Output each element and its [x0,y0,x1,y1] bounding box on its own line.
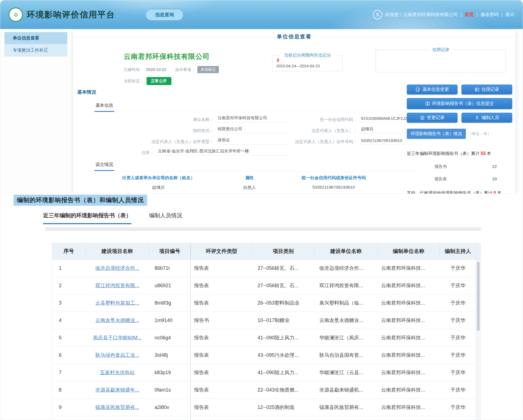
column-header: 环评文件类型 [191,243,253,260]
basic-section-title: 基本情况 [77,89,96,95]
link-logout[interactable]: 退出 [505,12,514,18]
setup-column-header: 属性 [216,173,283,183]
table-cell: 云南农垦永德糖业... [314,312,378,329]
page-title: 单位信息查看 [272,33,317,40]
setup-column-header: 出资人或者举办单位等的名称（姓名） [100,173,216,183]
sidebar-item-unit-info[interactable]: 单位信息查看 [4,32,67,44]
table-cell: 报告表 [191,347,253,364]
clipboard-icon [420,115,425,120]
table-cell: 41--090陆上风力... [253,329,314,346]
table-cell: 8 [52,381,86,398]
stat-total-value: 55 [480,151,487,156]
project-name-link[interactable]: 云南农垦永德糖业... [95,317,139,324]
staff-button[interactable]: 编制人员 [461,113,512,123]
table-cell: 云南君邦环保科技... [378,277,440,294]
table-row: 8沧源县勐来锦盛年...0fam1s报告表22--043生物质燃...沧源县勐来… [52,381,480,399]
table-cell: 镇康县民族贸易有... [314,399,378,416]
stat-report-book: 报告书22 [434,164,497,169]
person-card-icon [475,87,479,92]
table-cell: 双江祥鸿投资有限... [86,277,149,294]
change-record-button[interactable]: 变更记录 [407,113,458,123]
table-cell: 9 [52,399,86,416]
report-table-body: 1临沧边境经济合作...86b71t报告表27--056砖瓦、石...临沧边境经… [52,260,480,420]
basic-change-button[interactable]: 基本信息变更 [407,84,458,94]
table-cell: 云南君邦环保科技... [378,260,440,277]
table-row: 1临沧边境经济合作...86b71t报告表27--056砖瓦、石...临沧边境经… [52,260,480,277]
table-cell [149,416,191,420]
link-change-password[interactable]: 修改密码 [480,12,499,18]
field-value: 91510300MA6K1CJF2J2 [359,116,414,122]
separator: | [476,12,477,17]
column-header: 项目编号 [149,243,191,260]
field-value: 云南省·临沧市·临翔区·西河北路汇信水岸华府一幢 [156,149,288,155]
setup-table-row: 赵继兵 自然人 533521196706193610 [100,183,385,193]
project-name-link[interactable]: 临沧边境经济合作... [95,265,139,271]
table-cell: 22--043生物质燃... [253,381,314,398]
main-panel: 单位信息查看 云南君邦环保科技有限公司 注册时间： 2020-10-22 操作事… [73,30,516,193]
report-table: 序号建设项目名称项目编号环评文件类型项目类别建设单位名称编制单位名称编制主持人 … [52,243,481,420]
table-cell: 报告表 [191,260,253,277]
table-cell: 27--056砖瓦、石... [253,260,314,277]
tab-recent-reports[interactable]: 近三年编制的环境影响报告书（表） [43,212,131,224]
project-name-link[interactable]: 云县塑料包装加工... [95,300,139,306]
project-name-link[interactable]: 五家村光伏电站 [100,369,135,376]
project-name-link[interactable]: 双江祥鸿投资有限... [95,282,139,289]
field-value: 有限责任公司 [215,126,287,133]
table-row: 3云县塑料包装加工...8m6f3g报告表26--053塑料制品业泉兴塑料制品（… [52,294,480,312]
table-cell: 2 [52,277,86,294]
table-cell: 临沧边境经济合作... [314,260,378,277]
table-cell: 云南君邦环保科技... [378,294,440,311]
info-query-button[interactable]: 信息查询 [145,9,184,21]
link-home[interactable]: 首页 [464,12,474,18]
field-label: 组织形式： [95,128,214,133]
project-name-link[interactable]: 沧源县勐来锦盛年... [95,387,139,393]
table-row: 9镇康县民族贸易有...a2l80v报告表12--025酒的制造镇康县民族贸易有… [52,399,480,416]
field-label: 法定代表人（负责人）证件号码： [288,139,357,144]
table-cell: 3st48j [149,347,191,364]
sidebar-item-special-rectification[interactable]: 专项整治工作补正 [4,44,67,56]
field-value: 赵继兵 [359,126,414,133]
tab-divider-bar [45,227,481,231]
middle-region: 单位信息查看 专项整治工作补正 单位信息查看 云南君邦环保科技有限公司 注册时间… [0,29,523,194]
table-scrollbar-thumb[interactable] [477,262,480,331]
table-row: 4云南农垦永德糖业...1m9140报告书10--017制糖业云南农垦永德糖业.… [52,312,480,329]
table-cell: 于庆华 [440,399,476,416]
column-header: 建设项目名称 [86,243,149,260]
table-row: 7五家村光伏电站k83p19报告表41--090陆上风力...华能澜沧江（云县.… [52,364,480,381]
credit-record-button[interactable]: 信用记录 [461,84,512,94]
lower-region: 编制的环境影响报告书（表）和编制人员情况 近三年编制的环境影响报告书（表） 编制… [0,194,523,420]
table-scrollbar[interactable] [476,260,480,420]
table-cell: nc06g4 [149,329,191,346]
page: 环境影响评价信用平台 信息查询 欢迎您！云南君邦环保科技有限公司 | 首页 | … [0,0,523,420]
table-cell: 云县塑料包装加工... [86,294,149,311]
table-cell: 云南君邦环保科技... [378,399,440,416]
table-cell: 报告表 [191,364,253,381]
column-header: 编制单位名称 [378,243,440,260]
table-cell: 0fam1s [149,381,191,398]
project-name-link[interactable]: 耿马绿色食品工业... [95,352,139,358]
project-name-link[interactable]: 凤庆县干口华能60M... [93,334,142,341]
credit-record-box: 信用记录 [376,50,506,72]
table-cell: 于庆华 [440,329,476,346]
table-cell: 10--017制糖业 [253,312,314,329]
table-cell: 于庆华 [440,312,476,329]
tab-setup-info[interactable]: 设立情况 [94,161,114,171]
table-cell: 3 [52,294,86,311]
field-label: 统一社会信用代码： [288,117,357,122]
platform-logo-icon [9,7,23,22]
table-cell [440,416,476,420]
welcome-text: 欢迎您！云南君邦环保科技有限公司 [385,12,458,18]
basic-info-tabs: 基本信息 [94,102,415,112]
project-name-link[interactable]: 镇康县民族贸易有... [95,404,139,411]
tab-basic-info[interactable]: 基本信息 [94,102,114,112]
report-submit-button[interactable]: 环境影响报告书（表）信息提交 [407,98,512,109]
table-cell: 12--025酒的制造 [253,399,314,416]
divider [73,37,272,37]
table-cell: 于庆华 [440,277,476,294]
field-value: 云南君邦环保科技有限公司 [215,115,287,122]
report-table-header: 序号建设项目名称项目编号环评文件类型项目类别建设单位名称编制单位名称编制主持人 [52,243,480,260]
table-cell: 4 [52,312,86,329]
tab-staff-info[interactable]: 编制人员情况 [149,212,182,224]
table-cell: 1m9140 [149,312,191,329]
separator: | [501,12,503,17]
